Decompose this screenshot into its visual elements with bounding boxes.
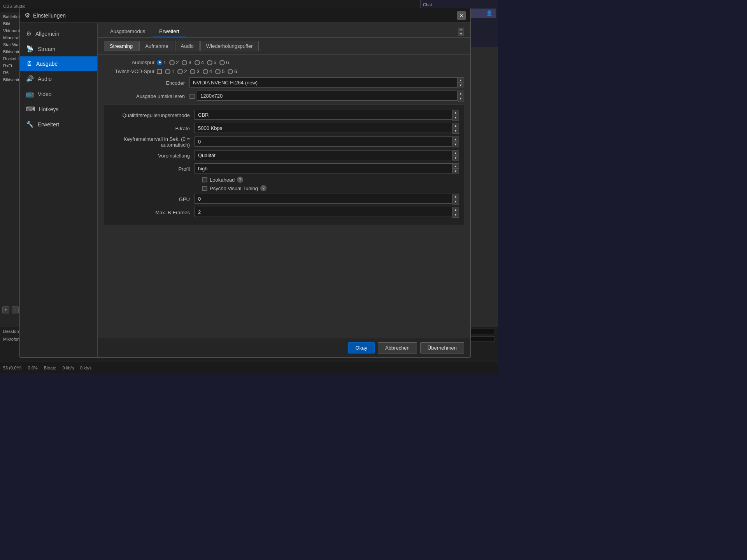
gpu-scroll-up[interactable]: ▲ [452,194,459,199]
settings-dialog: ⚙ Einstellungen × ⚙ Allgemein 📡 Stream 🖥… [19,8,471,358]
profil-label: Profil [109,166,195,172]
profil-scroll-down[interactable]: ▼ [452,169,459,174]
subtab-wiederholungspuffer[interactable]: Wiederholungspuffer [200,41,259,51]
twitch-vod-label: Twitch-VOD-Spur [104,68,154,74]
lookahead-checkbox[interactable] [202,177,207,182]
qualitaet-scroll-up[interactable]: ▲ [452,110,459,115]
bframes-scroll-down[interactable]: ▼ [452,212,459,217]
ausgabe-resolution-value[interactable]: 1280x720 [197,91,458,101]
voreinstellung-value[interactable]: Qualität [195,150,452,160]
psycho-checkbox[interactable] [202,186,207,191]
audiospur-label: Audiospur [104,60,154,65]
vod-radio-6-dot [228,69,233,74]
resolution-scroll-up[interactable]: ▲ [458,91,464,96]
qualitaet-value[interactable]: CBR [195,110,452,120]
tab-erweitert[interactable]: Erweitert [153,26,185,37]
voreinstellung-scroll-up[interactable]: ▲ [452,150,459,156]
twitch-vod-5[interactable]: 5 [215,68,224,74]
voreinstellung-row: Voreinstellung Qualität ▲ ▼ [109,150,459,161]
audiospur-radio-group: 1 2 3 4 [157,60,229,65]
bitrate-scroll-up[interactable]: ▲ [452,123,459,128]
nav-item-ausgabe[interactable]: 🖥 Ausgabe [20,56,97,71]
subtab-streaming[interactable]: Streaming [104,41,139,51]
bitrate-value[interactable]: 5000 Kbps [195,123,452,133]
twitch-vod-6[interactable]: 6 [228,68,237,74]
nav-icon-ausgabe: 🖥 [26,60,32,67]
vod-radio-1-label: 1 [172,68,174,74]
twitch-vod-4[interactable]: 4 [203,68,212,74]
tab-ausgabemodus[interactable]: Ausgabemodus [104,26,151,37]
lookahead-help-icon[interactable]: ? [237,177,243,183]
twitch-vod-row: Twitch-VOD-Spur 1 2 3 [104,68,464,74]
twitch-vod-3[interactable]: 3 [190,68,199,74]
nav-icon-allgemein: ⚙ [26,30,32,37]
voreinstellung-value-container: Qualität ▲ ▼ [195,150,459,161]
profil-value[interactable]: high [195,163,452,173]
gpu-scroll-down[interactable]: ▼ [452,199,459,204]
gpu-row: GPU 0 ▲ ▼ [109,194,459,205]
add-source-button[interactable]: + [2,306,9,313]
uebernehmen-button[interactable]: Übernehmen [420,342,464,354]
bitrate-value-container: 5000 Kbps ▲ ▼ [195,123,459,134]
ausgabe-umskalieren-controls: 1280x720 ▲ ▼ [189,91,464,102]
vod-radio-2-dot [177,69,183,74]
abbrechen-button[interactable]: Abbrechen [378,342,417,354]
ausgabe-umskalieren-checkbox[interactable] [189,94,195,99]
audiospur-5[interactable]: 5 [207,60,216,65]
radio-6-label: 6 [226,60,229,65]
nav-item-hotkeys[interactable]: ⌨ Hotkeys [20,102,97,117]
keyframe-scroll-down[interactable]: ▼ [452,142,459,147]
audiospur-2[interactable]: 2 [169,60,179,65]
nav-item-video[interactable]: 📺 Video [20,86,97,102]
nav-items-container: ⚙ Allgemein 📡 Stream 🖥 Ausgabe 🔊 Audio 📺… [20,26,97,132]
nav-item-allgemein[interactable]: ⚙ Allgemein [20,26,97,41]
bframes-scroll-up[interactable]: ▲ [452,207,459,212]
nav-label-hotkeys: Hotkeys [39,106,59,112]
twitch-vod-1[interactable]: 1 [165,68,174,74]
gpu-label: GPU [109,196,195,202]
gpu-value[interactable]: 0 [195,194,452,204]
nav-item-audio[interactable]: 🔊 Audio [20,71,97,86]
scroll-up-btn[interactable]: ▲ [458,28,464,32]
ausgabe-resolution-container: 1280x720 ▲ ▼ [197,91,464,102]
bitrate-scroll-down[interactable]: ▼ [452,128,459,133]
psycho-row: Psycho Visual Tuning ? [202,185,459,191]
encoder-row: Encoder NVIDIA NVENC H.264 (new) ▲ ▼ [104,77,464,88]
scroll-down-btn[interactable]: ▼ [458,32,464,36]
qualitaet-scroll-down[interactable]: ▼ [452,115,459,120]
close-button[interactable]: × [457,11,466,20]
encoder-value[interactable]: NVIDIA NVENC H.264 (new) [189,77,458,88]
nav-icon-erweitert: 🔧 [26,121,34,128]
encoder-scroll-down[interactable]: ▼ [458,83,464,88]
audiospur-1[interactable]: 1 [157,60,166,65]
subtab-audio[interactable]: Audio [175,41,200,51]
audiospur-6[interactable]: 6 [219,60,229,65]
audiospur-4[interactable]: 4 [195,60,204,65]
settings-content: Audiospur 1 2 3 [98,55,470,338]
twitch-vod-checkbox[interactable] [157,69,162,74]
radio-6-dot [219,60,225,65]
subtab-aufnahme[interactable]: Aufnahme [139,41,174,51]
sub-tabs: Streaming Aufnahme Audio Wiederholungspu… [98,38,470,55]
twitch-vod-2[interactable]: 2 [177,68,187,74]
audiospur-3[interactable]: 3 [182,60,191,65]
okay-button[interactable]: Okay [348,342,375,354]
resolution-scroll-down[interactable]: ▼ [458,96,464,101]
keyframe-value[interactable]: 0 [195,136,452,147]
profil-row: Profil high ▲ ▼ [109,163,459,174]
vod-radio-4-dot [203,69,208,74]
psycho-help-icon[interactable]: ? [260,185,267,191]
nav-item-erweitert[interactable]: 🔧 Erweitert [20,117,97,132]
radio-4-label: 4 [201,60,204,65]
bframes-value[interactable]: 2 [195,207,452,217]
vod-radio-5-dot [215,69,221,74]
keyframe-scroll-up[interactable]: ▲ [452,137,459,142]
vod-radio-1-dot [165,69,170,74]
radio-3-label: 3 [188,60,191,65]
nav-item-stream[interactable]: 📡 Stream [20,41,97,56]
bitrate-label: Bitrate [44,366,56,370]
encoder-scroll-up[interactable]: ▲ [458,78,464,83]
profil-scroll-up[interactable]: ▲ [452,164,459,169]
remove-source-button[interactable]: − [12,306,19,313]
voreinstellung-scroll-down[interactable]: ▼ [452,156,459,161]
